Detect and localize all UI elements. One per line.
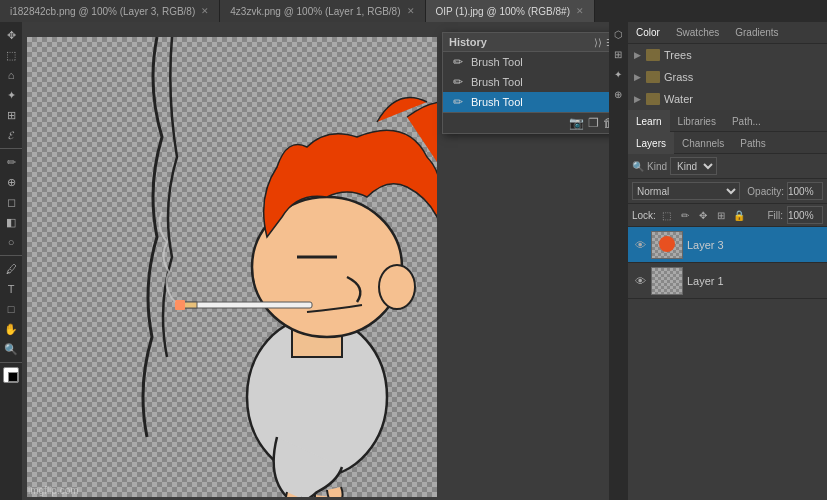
search-icon: 🔍 [632,161,644,172]
kind-label: Kind [647,161,667,172]
lock-all-icon[interactable]: 🔒 [732,208,746,222]
toolbar-sep-1 [0,148,22,149]
layers-tabs-bar: Layers Channels Paths [628,132,827,154]
right-icon-3[interactable]: ✦ [610,66,626,82]
history-expand-icon[interactable]: ⟩⟩ [594,37,602,48]
layers-toolbar: 🔍 Kind Kind [628,154,827,179]
opacity-label: Opacity: [747,186,784,197]
brush-icon-2: ✏ [451,95,465,109]
layer3-visibility-icon[interactable]: 👁 [632,237,648,253]
svg-rect-11 [175,300,185,310]
tab-3[interactable]: OIP (1).jpg @ 100% (RGB/8#) ✕ [426,0,595,22]
gradient-tool[interactable]: ◧ [2,213,20,231]
fill-label: Fill: [767,210,783,221]
main-area: ✥ ⬚ ⌂ ✦ ⊞ 𝓔 ✏ ⊕ ◻ ◧ ○ 🖊 T □ ✋ 🔍 [0,22,827,500]
svg-point-16 [659,236,675,252]
shape-tool[interactable]: □ [2,300,20,318]
blend-mode-select[interactable]: Normal [632,182,740,200]
layers-tab[interactable]: Layers [628,132,674,154]
layer3-thumb [651,231,683,259]
right-icon-4[interactable]: ⊕ [610,86,626,102]
history-controls: ⟩⟩ ☰ [594,37,609,48]
text-tool[interactable]: T [2,280,20,298]
right-icon-1[interactable]: ⬡ [610,26,626,42]
learn-tab[interactable]: Learn [628,110,670,132]
swatches-tab[interactable]: Swatches [668,22,727,44]
layer-row-layer3[interactable]: 👁 Layer 3 [628,227,827,263]
trees-label: Trees [664,49,692,61]
history-item-1[interactable]: ✏ Brush Tool [443,72,609,92]
watermark: imgflip.com [28,485,79,496]
tab-1-close[interactable]: ✕ [201,6,209,16]
magic-wand-tool[interactable]: ✦ [2,86,20,104]
layer1-thumb [651,267,683,295]
crop-tool[interactable]: ⊞ [2,106,20,124]
bottom-tabs-bar: Learn Libraries Path... [628,110,827,132]
grass-arrow: ▶ [634,72,644,82]
history-footer: 📷 ❐ 🗑 [443,112,609,133]
toolbar-sep-3 [0,362,22,363]
lock-artboard-icon[interactable]: ⊞ [714,208,728,222]
lasso-tool[interactable]: ⌂ [2,66,20,84]
tab-2-close[interactable]: ✕ [407,6,415,16]
opacity-input[interactable] [787,182,823,200]
history-menu-icon[interactable]: ☰ [606,37,609,48]
canvas-svg [27,37,437,497]
water-arrow: ▶ [634,94,644,104]
hand-tool[interactable]: ✋ [2,320,20,338]
water-label: Water [664,93,693,105]
color-swatches-bar: Color Swatches Gradients [628,22,827,44]
gradients-tab[interactable]: Gradients [727,22,786,44]
tab-2-label: 4z3zvk.png @ 100% (Layer 1, RGB/8) [230,6,400,17]
grass-label: Grass [664,71,693,83]
layer-group-water[interactable]: ▶ Water [628,88,827,110]
lock-transparent-icon[interactable]: ⬚ [660,208,674,222]
history-trash-icon[interactable]: 🗑 [603,116,609,130]
svg-rect-20 [652,268,682,294]
history-item-2[interactable]: ✏ Brush Tool [443,92,609,112]
selection-tool[interactable]: ⬚ [2,46,20,64]
history-copy-icon[interactable]: ❐ [588,116,599,130]
layer-row-layer1[interactable]: 👁 Layer 1 [628,263,827,299]
history-item-0[interactable]: ✏ Brush Tool [443,52,609,72]
dodge-tool[interactable]: ○ [2,233,20,251]
trees-arrow: ▶ [634,50,644,60]
lock-move-icon[interactable]: ✥ [696,208,710,222]
color-tab[interactable]: Color [628,22,668,44]
right-panel: Color Swatches Gradients ▶ Trees ▶ Grass… [627,22,827,500]
brush-tool[interactable]: ✏ [2,153,20,171]
tab-bar: i182842cb.png @ 100% (Layer 3, RGB/8) ✕ … [0,0,827,22]
kind-select[interactable]: Kind [670,157,717,175]
foreground-color[interactable] [3,367,19,383]
fill-input[interactable] [787,206,823,224]
zoom-tool[interactable]: 🔍 [2,340,20,358]
layer-group-grass[interactable]: ▶ Grass [628,66,827,88]
lock-brush-icon[interactable]: ✏ [678,208,692,222]
paths-tab[interactable]: Paths [732,132,774,154]
toolbar-sep-2 [0,255,22,256]
lock-row: Lock: ⬚ ✏ ✥ ⊞ 🔒 Fill: [628,204,827,227]
svg-rect-9 [182,302,312,308]
tab-2[interactable]: 4z3zvk.png @ 100% (Layer 1, RGB/8) ✕ [220,0,425,22]
libraries-tab[interactable]: Libraries [670,110,724,132]
eraser-tool[interactable]: ◻ [2,193,20,211]
blend-mode-toolbar: Normal Opacity: [628,179,827,204]
channels-tab[interactable]: Channels [674,132,732,154]
right-icon-2[interactable]: ⊞ [610,46,626,62]
move-tool[interactable]: ✥ [2,26,20,44]
tab-3-close[interactable]: ✕ [576,6,584,16]
left-toolbar: ✥ ⬚ ⌂ ✦ ⊞ 𝓔 ✏ ⊕ ◻ ◧ ○ 🖊 T □ ✋ 🔍 [0,22,22,500]
pen-tool[interactable]: 🖊 [2,260,20,278]
layer-group-trees[interactable]: ▶ Trees [628,44,827,66]
eyedropper-tool[interactable]: 𝓔 [2,126,20,144]
history-snapshot-icon[interactable]: 📷 [569,116,584,130]
layer1-visibility-icon[interactable]: 👁 [632,273,648,289]
svg-point-7 [379,265,415,309]
path-tab[interactable]: Path... [724,110,769,132]
tab-1[interactable]: i182842cb.png @ 100% (Layer 3, RGB/8) ✕ [0,0,220,22]
history-header: History ⟩⟩ ☰ [443,33,609,52]
clone-tool[interactable]: ⊕ [2,173,20,191]
water-folder-icon [646,93,660,105]
trees-folder-icon [646,49,660,61]
layer3-name: Layer 3 [687,239,724,251]
